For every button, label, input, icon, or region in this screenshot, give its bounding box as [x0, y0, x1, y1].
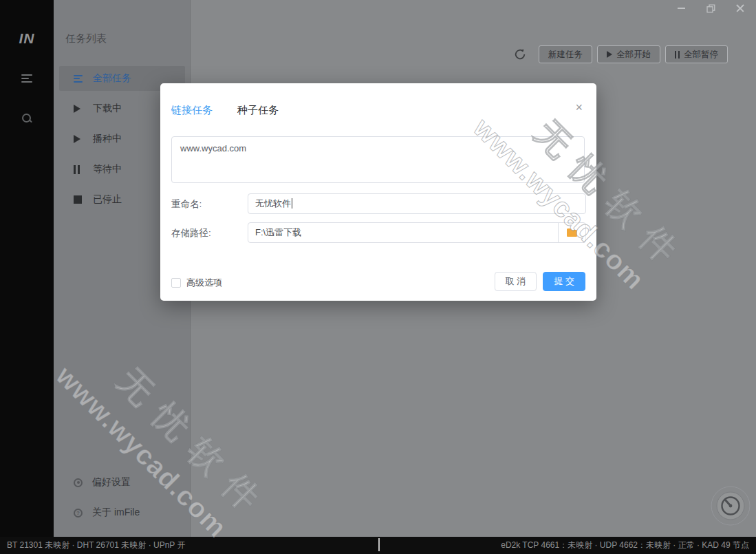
speed-gauge-icon — [710, 485, 751, 526]
app-window: IN 任务列表 全部任务 下载中 播种中 等待中 — [0, 0, 756, 554]
pause-icon — [74, 165, 87, 174]
dialog-actions: 取 消 提 交 — [495, 272, 585, 291]
sidebar-footer: 偏好设置 ? 关于 imFile — [54, 465, 191, 525]
about-icon: ? — [74, 509, 87, 518]
sidebar-item-about[interactable]: ? 关于 imFile — [54, 500, 191, 525]
left-rail: IN — [0, 0, 54, 537]
task-toolbar: 新建任务 全部开始 全部暂停 — [512, 45, 728, 63]
new-task-label: 新建任务 — [548, 49, 583, 61]
task-list-icon — [21, 72, 32, 85]
close-icon — [736, 4, 744, 12]
search-rail-button[interactable] — [0, 107, 54, 129]
path-label: 存储路径: — [171, 227, 211, 239]
tab-link-task[interactable]: 链接任务 — [171, 104, 213, 117]
sidebar-item-label: 播种中 — [93, 133, 122, 145]
new-task-dialog: 链接任务 种子任务 × www.wycad.com 重命名: 无忧软件 存储路径… — [160, 83, 596, 301]
task-list-rail-button[interactable] — [0, 67, 54, 89]
gear-icon — [74, 478, 87, 487]
maximize-icon — [706, 4, 715, 13]
rename-input[interactable]: 无忧软件 — [248, 193, 586, 214]
dialog-close-icon[interactable]: × — [575, 101, 583, 114]
advanced-options-label: 高级选项 — [186, 277, 222, 289]
dialog-tabs: 链接任务 种子任务 — [171, 104, 279, 117]
window-controls — [676, 3, 745, 13]
status-left: BT 21301 未映射 · DHT 26701 未映射 · UPnP 开 — [7, 540, 185, 551]
new-task-button[interactable]: 新建任务 — [539, 45, 592, 63]
play-icon — [607, 51, 612, 58]
sidebar-item-label: 偏好设置 — [92, 476, 131, 489]
close-button[interactable] — [735, 3, 745, 13]
text-caret — [292, 198, 292, 209]
sidebar-item-label: 关于 imFile — [92, 507, 140, 519]
advanced-options-checkbox[interactable]: 高级选项 — [171, 277, 222, 289]
link-textarea-value: www.wycad.com — [180, 143, 246, 153]
minimize-button[interactable] — [676, 3, 686, 13]
page-title: 任务列表 — [65, 32, 107, 45]
sidebar-item-label: 等待中 — [93, 163, 122, 175]
pause-all-button[interactable]: 全部暂停 — [665, 45, 728, 63]
play-icon — [74, 135, 87, 143]
sidebar-item-preferences[interactable]: 偏好设置 — [54, 470, 191, 495]
path-value: F:\迅雷下载 — [248, 226, 308, 239]
refresh-button[interactable] — [512, 47, 528, 62]
minimize-icon — [678, 8, 685, 9]
folder-icon — [566, 228, 578, 237]
status-right: eD2k TCP 4661：未映射 · UDP 4662：未映射 · 正常 · … — [501, 540, 749, 551]
tab-torrent-task[interactable]: 种子任务 — [237, 104, 279, 117]
pause-all-label: 全部暂停 — [684, 49, 718, 61]
search-icon — [21, 113, 32, 124]
cancel-button[interactable]: 取 消 — [495, 272, 537, 291]
status-divider — [378, 538, 380, 551]
rename-value: 无忧软件 — [248, 198, 299, 210]
start-all-label: 全部开始 — [616, 49, 651, 61]
browse-folder-button[interactable] — [558, 223, 585, 242]
sidebar-item-label: 全部任务 — [93, 72, 131, 85]
start-all-button[interactable]: 全部开始 — [597, 45, 660, 63]
sidebar-item-label: 下载中 — [93, 103, 122, 115]
checkbox-icon — [171, 278, 181, 288]
sidebar-item-label: 已停止 — [93, 193, 122, 206]
status-bar: BT 21301 未映射 · DHT 26701 未映射 · UPnP 开 eD… — [0, 537, 756, 554]
refresh-icon — [513, 47, 527, 61]
task-list-icon — [74, 73, 87, 84]
link-textarea[interactable]: www.wycad.com — [171, 136, 585, 183]
stop-icon — [74, 195, 87, 204]
speed-gauge-button[interactable] — [710, 485, 751, 526]
maximize-button[interactable] — [706, 3, 715, 13]
play-icon — [74, 105, 87, 113]
rename-label: 重命名: — [171, 198, 202, 211]
app-logo: IN — [0, 30, 54, 47]
pause-icon — [675, 51, 680, 58]
submit-button[interactable]: 提 交 — [543, 272, 585, 291]
path-input[interactable]: F:\迅雷下载 — [248, 222, 586, 243]
